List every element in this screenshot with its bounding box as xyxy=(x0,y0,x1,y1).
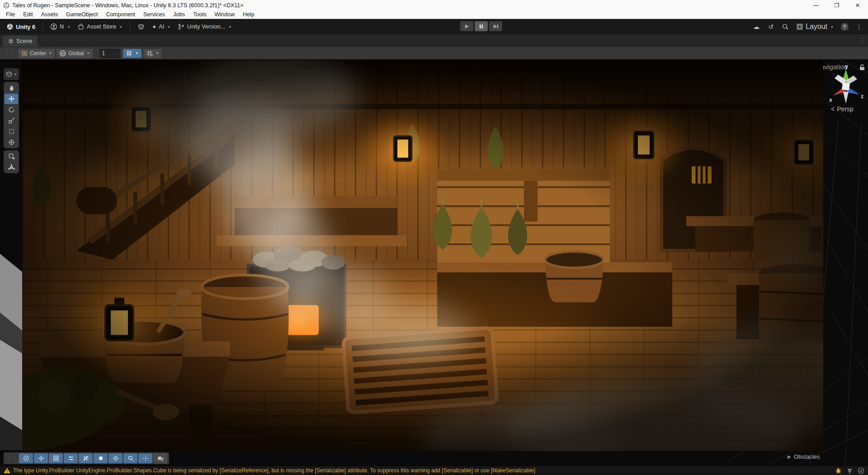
chevron-down-icon: ▼ xyxy=(830,25,834,28)
navmesh-bake-button[interactable] xyxy=(49,453,63,463)
probuilder-poly-tool[interactable] xyxy=(5,162,18,172)
hand-icon xyxy=(8,85,15,91)
asset-store-label: Asset Store xyxy=(87,24,116,30)
globe-icon xyxy=(59,50,66,57)
restore-button[interactable]: ❐ xyxy=(826,0,847,10)
search-button[interactable] xyxy=(779,21,792,32)
package-manager-button[interactable] xyxy=(135,21,147,32)
grid-visibility-dropdown[interactable]: ▼ xyxy=(143,49,162,58)
rect-tool[interactable] xyxy=(5,126,18,137)
account-dropdown[interactable]: N ▼ xyxy=(47,21,73,32)
grid-size-input[interactable] xyxy=(99,49,120,58)
rect-icon xyxy=(8,128,15,135)
scene-grid-icon xyxy=(8,38,14,44)
move-tool[interactable] xyxy=(5,94,18,104)
chevron-down-icon: ▼ xyxy=(228,25,231,28)
panel-tab-bar: Scene ⋮ xyxy=(0,34,868,47)
handle-space-dropdown[interactable]: Global ▼ xyxy=(57,49,93,58)
transform-tool[interactable] xyxy=(5,137,18,147)
grid-snap-toggle[interactable]: ▼ xyxy=(123,49,142,58)
drag-handle[interactable]: ⋮⋮ xyxy=(7,456,17,461)
navmesh-grid-toggle[interactable] xyxy=(79,453,93,463)
version-control-dropdown[interactable]: Unity Version... ▼ xyxy=(175,21,234,32)
undo-history-button[interactable]: ↺ xyxy=(764,21,777,32)
debugger-bug-icon[interactable] xyxy=(835,467,842,474)
poly-mesh-icon xyxy=(8,164,15,171)
cloud-services-button[interactable]: ☁ xyxy=(750,21,763,32)
lock-icon[interactable] xyxy=(860,65,864,70)
navmesh-surface-toggle[interactable] xyxy=(94,453,108,463)
chevron-down-icon: ▼ xyxy=(14,73,17,76)
pivot-mode-label: Center xyxy=(30,50,46,57)
ai-label: AI xyxy=(159,24,164,30)
scene-render[interactable] xyxy=(22,60,823,451)
handle-space-label: Global xyxy=(68,50,84,57)
menu-edit[interactable]: Edit xyxy=(19,10,37,19)
unity-editor-window: Tales of Rugen - SampleScene - Windows, … xyxy=(0,0,868,475)
axis-y-label: y xyxy=(845,64,848,70)
menu-window[interactable]: Window xyxy=(211,10,239,19)
search-icon xyxy=(782,23,789,30)
close-button[interactable]: ✕ xyxy=(847,0,868,10)
navmesh-compass-button[interactable] xyxy=(19,453,33,463)
menu-assets[interactable]: Assets xyxy=(37,10,62,19)
pause-icon xyxy=(479,24,484,29)
toolbar-more-button[interactable]: ⋮ xyxy=(853,21,865,32)
gizmo-center-cube[interactable] xyxy=(842,82,850,90)
help-button[interactable]: ? xyxy=(838,21,851,32)
play-button[interactable] xyxy=(460,21,473,31)
shopping-bag-icon xyxy=(77,23,85,30)
menu-file[interactable]: File xyxy=(2,10,19,19)
grid-snap-icon xyxy=(126,50,133,57)
console-warning-message[interactable]: The type Unity.ProBuilder UnityEngine.Pr… xyxy=(13,467,537,474)
projection-label[interactable]: < Persp xyxy=(831,105,854,113)
minimize-button[interactable]: — xyxy=(806,0,826,10)
navmesh-agents-button[interactable] xyxy=(108,453,123,463)
package-icon xyxy=(137,23,145,30)
chevron-down-icon: ▼ xyxy=(87,52,90,55)
menu-component[interactable]: Component xyxy=(102,10,139,19)
axis-neg-cone[interactable] xyxy=(843,92,849,104)
navmesh-settings-button[interactable] xyxy=(64,453,78,463)
probuilder-shape-tool[interactable] xyxy=(5,151,18,162)
unity-hub-button[interactable]: Unity 6 xyxy=(4,21,38,32)
scene-viewport[interactable]: AI Navigation s xyxy=(0,59,868,466)
obstacles-section[interactable]: ▶ Obstacles xyxy=(788,453,820,460)
orientation-gizmo[interactable]: y x z xyxy=(826,64,866,109)
tool-palette: ▼ xyxy=(4,68,19,173)
navmesh-camera-button[interactable] xyxy=(153,453,167,463)
view-hand-tool[interactable] xyxy=(5,83,18,93)
title-bar: Tales of Rugen - SampleScene - Windows, … xyxy=(0,0,868,10)
asset-store-dropdown[interactable]: Asset Store ▼ xyxy=(75,21,125,32)
navmesh-move-button[interactable] xyxy=(34,453,48,463)
navmesh-inspect-button[interactable] xyxy=(123,453,137,463)
play-icon xyxy=(464,24,469,29)
rotate-tool[interactable] xyxy=(5,104,18,115)
navmesh-pan-button[interactable] xyxy=(138,453,152,463)
status-right-group xyxy=(835,467,864,474)
menu-jobs[interactable]: Jobs xyxy=(169,10,189,19)
pivot-mode-dropdown[interactable]: Center ▼ xyxy=(18,49,55,58)
ai-dropdown[interactable]: ✦ AI ▼ xyxy=(149,22,173,32)
layout-icon xyxy=(796,23,803,30)
toolbar-separator xyxy=(96,50,97,57)
step-button[interactable] xyxy=(489,21,502,31)
scale-tool[interactable] xyxy=(5,115,18,126)
status-bar[interactable]: The type Unity.ProBuilder UnityEngine.Pr… xyxy=(0,466,868,475)
menu-tools[interactable]: Tools xyxy=(189,10,210,19)
progress-check-icon[interactable] xyxy=(858,467,864,474)
pause-button[interactable] xyxy=(475,21,488,31)
menu-services[interactable]: Services xyxy=(139,10,169,19)
panel-menu-button[interactable]: ⋮ xyxy=(859,37,865,43)
tool-context-dropdown[interactable]: ▼ xyxy=(4,68,19,80)
layout-dropdown[interactable]: Layout ▼ xyxy=(793,21,836,33)
menu-gameobject[interactable]: GameObject xyxy=(62,10,102,19)
menu-help[interactable]: Help xyxy=(239,10,259,19)
ai-sparkle-icon: ✦ xyxy=(152,24,156,30)
drag-handle[interactable]: ⋮⋮ xyxy=(5,50,15,56)
obstacles-label: Obstacles xyxy=(794,453,820,460)
collab-stack-icon[interactable] xyxy=(846,467,853,474)
window-title: Tales of Rugen - SampleScene - Windows, … xyxy=(12,2,244,9)
tab-scene[interactable]: Scene xyxy=(3,36,38,47)
cube-corner-icon xyxy=(8,153,15,160)
